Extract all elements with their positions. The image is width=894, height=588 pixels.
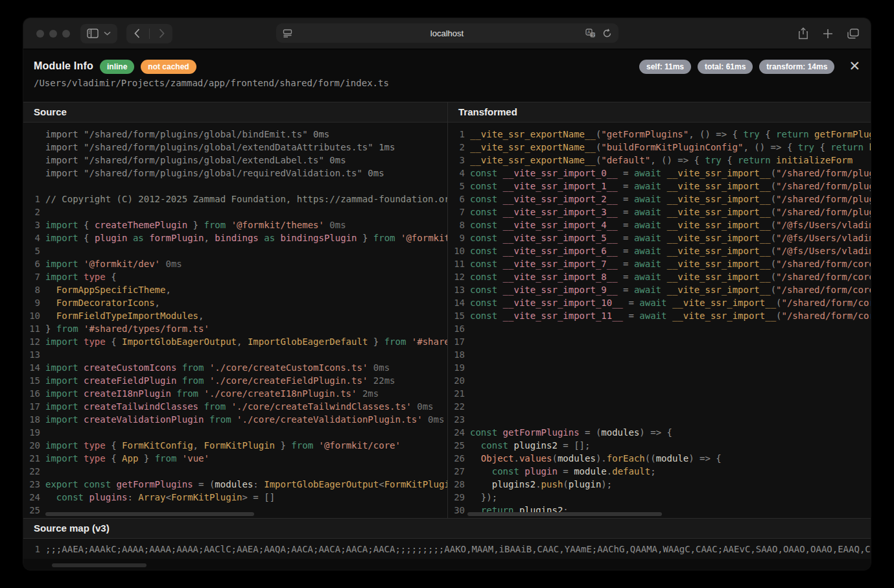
code-line: 21import type { App } from 'vue' [23,452,447,465]
code-line: import "/shared/form/plugins/global/exte… [23,154,447,167]
code-line: 11const __vite_ssr_import_7__ = await __… [448,257,871,270]
code-line: 4import { plugin as formPlugin, bindings… [23,231,447,244]
code-line: 9 FormDecoratorIcons, [23,296,447,309]
code-line: 10 FormFieldTypeImportModules, [23,309,447,322]
code-line: 27 const plugin = module.default; [448,465,871,478]
code-line: 29 }); [448,491,871,504]
window-bottom-strip [23,559,871,570]
timing-badge: total: 61ms [698,60,753,74]
source-panel: Source import "/shared/form/plugins/glob… [23,102,447,518]
tab-overview-icon[interactable] [847,29,859,39]
code-line: 4const __vite_ssr_import_0__ = await __v… [448,167,871,180]
status-badge: inline [100,60,134,74]
code-line: 28 plugins2.push(plugin); [448,478,871,491]
page-title: Module Info [34,60,93,72]
module-path: /Users/vladimir/Projects/zammad/app/fron… [34,78,860,88]
code-panels: Source import "/shared/form/plugins/glob… [23,102,871,518]
transformed-code-area: 1__vite_ssr_exportName__("getFormPlugins… [448,123,871,518]
code-line: 5 [23,244,447,257]
new-tab-icon[interactable] [823,29,833,39]
timing-badge: self: 11ms [639,60,691,74]
code-line: 23 [448,413,871,426]
code-line: 6const __vite_ssr_import_2__ = await __v… [448,193,871,206]
forward-button[interactable] [159,29,165,38]
browser-window: localhost A 文 [23,18,871,570]
timing-badges: self: 11mstotal: 61mstransform: 14ms [633,60,834,72]
code-line: 16 [448,322,871,335]
code-line: import "/shared/form/plugins/global/exte… [23,141,447,154]
nav-button-group [126,24,172,43]
code-line [23,180,447,193]
code-line: 18import createValidationPlugin from './… [23,413,447,426]
code-line: 15const __vite_ssr_import_11__ = await _… [448,309,871,322]
code-line: 7const __vite_ssr_import_3__ = await __v… [448,206,871,218]
code-line: 16import createI18nPlugin from './core/c… [23,387,447,400]
code-line: 12const __vite_ssr_import_8__ = await __… [448,270,871,283]
source-panel-title: Source [23,102,447,123]
code-line: 8const __vite_ssr_import_4__ = await __v… [448,218,871,231]
code-line: 22 [23,465,447,478]
zoom-window-button[interactable] [62,30,70,38]
code-line: 19 [23,426,447,439]
code-line: 17 [448,335,871,348]
module-info-section: Module Info inlinenot cached self: 11mst… [23,49,871,102]
code-line: 5const __vite_ssr_import_1__ = await __v… [448,180,871,193]
source-hscrollbar[interactable] [45,512,254,516]
code-line: 3import { createThemePlugin } from '@for… [23,218,447,231]
code-line: import "/shared/form/plugins/global/requ… [23,167,447,180]
code-line: 11} from '#shared/types/form.ts' [23,322,447,335]
timing-badge: transform: 14ms [759,60,834,74]
code-line: 24const getFormPlugins = (modules) => { [448,426,871,439]
reload-icon[interactable] [602,29,612,38]
sourcemap-title: Source map (v3) [23,518,871,539]
code-line: 18 [448,348,871,361]
close-icon[interactable]: ✕ [849,59,860,73]
address-bar[interactable]: localhost A 文 [276,23,618,43]
code-line: 14const __vite_ssr_import_10__ = await _… [448,296,871,309]
code-line: import "/shared/form/plugins/global/bind… [23,128,447,141]
code-line: 10const __vite_ssr_import_6__ = await __… [448,244,871,257]
sidebar-button-group [80,24,117,43]
code-line: 26 Object.values(modules).forEach((modul… [448,452,871,465]
nav-divider [149,29,150,39]
status-badge: not cached [141,60,196,74]
sourcemap-mappings: ;;;AAEA;AAAkC;AAAA;AAAA;AAAA;AAClC;AAEA;… [45,543,871,556]
close-window-button[interactable] [36,30,44,38]
minimize-window-button[interactable] [49,30,57,38]
chevron-down-icon[interactable] [104,31,111,36]
code-line: 3__vite_ssr_exportName__("default", () =… [448,154,871,167]
module-badges: inlinenot cached [93,60,196,72]
sourcemap-line-number: 1 [23,543,45,556]
code-line: 20import type { FormKitConfig, FormKitPl… [23,439,447,452]
code-line: 22 [448,400,871,413]
code-line: 6import '@formkit/dev' 0ms [23,257,447,270]
transformed-panel: Transformed 1__vite_ssr_exportName__("ge… [447,102,871,518]
code-line: 9const __vite_ssr_import_5__ = await __v… [448,231,871,244]
code-line: 7import type { [23,270,447,283]
page-hscrollbar[interactable] [52,563,147,567]
url-text[interactable]: localhost [276,29,618,38]
code-line: 1__vite_ssr_exportName__("getFormPlugins… [448,128,871,141]
translate-icon[interactable]: A 文 [585,29,596,38]
code-line: 17import createTailwindClasses from './c… [23,400,447,413]
code-line: 25 const plugins2 = []; [448,439,871,452]
back-button[interactable] [134,29,140,38]
svg-text:A: A [587,30,591,34]
code-line: 2 [23,206,447,218]
code-line: 1// Copyright (C) 2012-2025 Zammad Found… [23,193,447,206]
code-line: 20 [448,374,871,387]
code-line: 24 const plugins: Array<FormKitPlugin> =… [23,491,447,504]
code-line: 12import type { ImportGlobEagerOutput, I… [23,335,447,348]
sidebar-icon[interactable] [87,29,99,38]
code-line: 13const __vite_ssr_import_9__ = await __… [448,283,871,296]
code-line: 8 FormAppSpecificTheme, [23,283,447,296]
code-line: 13 [23,348,447,361]
traffic-lights [36,30,70,38]
browser-toolbar: localhost A 文 [23,18,871,49]
source-code-area: import "/shared/form/plugins/global/bind… [23,123,447,518]
svg-text:文: 文 [591,32,595,37]
code-line: 23export const getFormPlugins = (modules… [23,478,447,491]
transformed-hscrollbar[interactable] [467,512,662,516]
code-line: 2__vite_ssr_exportName__("buildFormKitPl… [448,141,871,154]
share-icon[interactable] [798,27,808,40]
